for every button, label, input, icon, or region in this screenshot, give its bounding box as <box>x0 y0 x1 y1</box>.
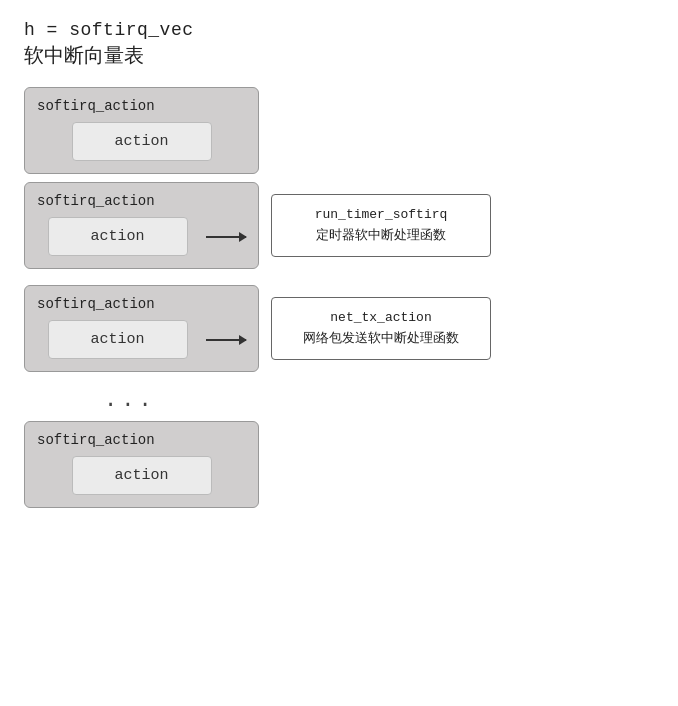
softirq-block-2: softirq_action action <box>24 285 259 372</box>
row-last: softirq_action action <box>24 421 654 508</box>
target-box-2: net_tx_action 网络包发送软中断处理函数 <box>271 297 491 360</box>
action-label-1: action <box>90 228 144 245</box>
target-chinese-1: 定时器软中断处理函数 <box>288 226 474 244</box>
dots: ... <box>104 388 654 413</box>
action-label-2: action <box>90 331 144 348</box>
softirq-block-1: softirq_action action <box>24 182 259 269</box>
action-box-0: action <box>72 122 212 161</box>
softirq-block-0-label: softirq_action <box>37 98 246 114</box>
softirq-block-0: softirq_action action <box>24 87 259 174</box>
arrow-2 <box>206 339 246 341</box>
action-box-2: action <box>48 320 188 359</box>
title-section: h = softirq_vec 软中断向量表 <box>24 20 654 69</box>
title-chinese: 软中断向量表 <box>24 42 654 69</box>
title-code: h = softirq_vec <box>24 20 654 40</box>
action-label-last: action <box>114 467 168 484</box>
target-code-1: run_timer_softirq <box>288 207 474 222</box>
row-0: softirq_action action <box>24 87 654 174</box>
target-code-2: net_tx_action <box>288 310 474 325</box>
action-box-last: action <box>72 456 212 495</box>
softirq-block-1-label: softirq_action <box>37 193 246 209</box>
row-1: softirq_action action run_timer_softirq … <box>24 182 654 269</box>
softirq-block-last: softirq_action action <box>24 421 259 508</box>
softirq-block-last-label: softirq_action <box>37 432 246 448</box>
row-2: softirq_action action net_tx_action 网络包发… <box>24 285 654 372</box>
target-chinese-2: 网络包发送软中断处理函数 <box>288 329 474 347</box>
action-box-1: action <box>48 217 188 256</box>
arrow-1 <box>206 236 246 238</box>
target-box-1: run_timer_softirq 定时器软中断处理函数 <box>271 194 491 257</box>
action-label-0: action <box>114 133 168 150</box>
main-diagram: softirq_action action softirq_action act… <box>24 87 654 516</box>
softirq-block-2-label: softirq_action <box>37 296 246 312</box>
